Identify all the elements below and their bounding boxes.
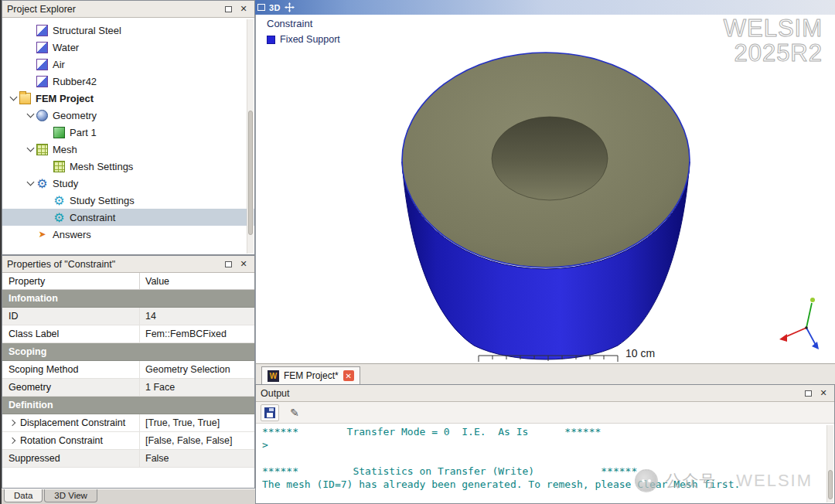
welsim-window: Project Explorer ✕ Structural SteelWater… [0, 0, 835, 504]
doc-tab-fem-project[interactable]: W FEM Project* ✕ [261, 366, 360, 384]
prop-section-definition: Definition [2, 397, 254, 414]
output-toolbar: ✎ [256, 402, 834, 424]
mesh-icon [36, 144, 48, 155]
tree-item-water[interactable]: Water [2, 39, 254, 56]
brand-watermark: WELSIM 2025R2 [724, 16, 823, 66]
property-name-cell: Class Label [2, 325, 140, 342]
close-panel-icon[interactable]: ✕ [817, 388, 830, 399]
prop-row-geometry[interactable]: Geometry1 Face [2, 379, 254, 397]
left-column: Project Explorer ✕ Structural SteelWater… [2, 0, 255, 504]
project-tree: Structural SteelWaterAirRubber42FEM Proj… [2, 18, 254, 254]
property-value: Fem::FemBCFixed [140, 325, 254, 342]
tree-item-label: Air [53, 59, 65, 70]
part-icon [53, 127, 65, 138]
clear-output-button[interactable]: ✎ [285, 404, 304, 421]
expander-icon[interactable] [9, 436, 18, 445]
tree-item-geometry[interactable]: Geometry [2, 107, 254, 124]
project-tree-scrollbar[interactable] [247, 19, 254, 254]
caret-down-icon[interactable] [24, 182, 36, 185]
close-panel-icon[interactable]: ✕ [237, 4, 250, 15]
legend-title: Constraint [267, 18, 340, 29]
tree-item-part-1[interactable]: Part 1 [2, 124, 254, 141]
doc-tab-label: FEM Project* [284, 370, 339, 381]
tree-item-mesh-settings[interactable]: Mesh Settings [2, 158, 254, 175]
brand-watermark-line2: 2025R2 [724, 41, 823, 66]
brand-watermark-line1: WELSIM [724, 16, 823, 41]
tree-item-mesh[interactable]: Mesh [2, 141, 254, 158]
prop-row-class-label[interactable]: Class LabelFem::FemBCFixed [2, 325, 254, 343]
tree-item-air[interactable]: Air [2, 56, 254, 73]
console-line: The mesh (ID=7) has already been generat… [262, 478, 834, 491]
property-value: Geometry Selection [140, 361, 254, 378]
tree-item-study[interactable]: Study [2, 175, 254, 192]
material-icon [36, 76, 48, 87]
caret-down-icon[interactable] [7, 97, 19, 100]
3d-scene[interactable] [256, 15, 835, 363]
material-icon [36, 25, 48, 36]
property-value: False [140, 450, 254, 467]
scroll-thumb[interactable] [248, 111, 253, 235]
float-panel-icon[interactable] [802, 388, 814, 399]
tree-item-answers[interactable]: Answers [2, 226, 254, 243]
save-output-button[interactable] [261, 404, 279, 421]
properties-header: Properties of "Constraint" ✕ [2, 256, 254, 273]
caret-down-icon[interactable] [24, 114, 36, 117]
viewport-titlebar[interactable]: 3D [255, 0, 835, 15]
tree-item-structural-steel[interactable]: Structural Steel [2, 22, 254, 39]
move-icon[interactable] [285, 2, 295, 12]
tree-item-study-settings[interactable]: Study Settings [2, 192, 254, 209]
tree-item-constraint[interactable]: Constraint [2, 209, 254, 226]
tree-item-label: Study Settings [70, 195, 135, 206]
close-panel-icon[interactable]: ✕ [237, 259, 250, 270]
property-value: 1 Face [140, 379, 254, 396]
tab-data[interactable]: Data [4, 489, 43, 502]
column-header-property: Property [2, 273, 140, 289]
prop-row-displacement-constraint[interactable]: Displacement Constraint[True, True, True… [2, 414, 254, 432]
prop-row-suppressed[interactable]: SuppressedFalse [2, 450, 254, 468]
output-console[interactable]: ****** Transfer Mode = 0 I.E. As Is ****… [256, 424, 834, 503]
folder-icon [19, 93, 31, 104]
prop-section-infomation: Infomation [2, 290, 254, 308]
study-settings-icon [53, 195, 65, 206]
property-name: Displacement Constraint [20, 417, 125, 428]
expander-icon[interactable] [9, 418, 18, 427]
output-title: Output [261, 388, 799, 399]
property-name-cell: Rotation Constraint [2, 432, 140, 449]
3d-model-ring[interactable] [402, 53, 690, 359]
tree-item-rubber42[interactable]: Rubber42 [2, 73, 254, 90]
tree-item-label: Mesh Settings [70, 161, 133, 172]
tree-item-label: Geometry [53, 110, 97, 121]
float-panel-icon[interactable] [222, 4, 234, 15]
column-header-value: Value [140, 273, 254, 289]
orientation-triad [779, 298, 819, 349]
property-name: Scoping Method [9, 364, 78, 375]
tree-item-fem-project[interactable]: FEM Project [2, 90, 254, 107]
material-icon [36, 59, 48, 70]
property-name-cell: ID [2, 308, 140, 325]
project-explorer-panel: Project Explorer ✕ Structural SteelWater… [2, 0, 255, 255]
tab-3d-view[interactable]: 3D View [44, 489, 97, 502]
scroll-thumb[interactable] [828, 470, 833, 499]
float-panel-icon[interactable] [222, 259, 234, 270]
property-value: [True, True, True] [140, 414, 254, 431]
console-line: ****** Statistics on Transfer (Write) **… [262, 465, 834, 478]
scale-ruler [479, 356, 618, 362]
property-name-cell: Displacement Constraint [2, 414, 140, 431]
prop-row-rotation-constraint[interactable]: Rotation Constraint[False, False, False] [2, 432, 254, 450]
property-name-cell: Geometry [2, 379, 140, 396]
doc-tab-close-icon[interactable]: ✕ [343, 370, 354, 381]
tree-item-label: Constraint [70, 212, 115, 223]
prop-row-scoping-method[interactable]: Scoping MethodGeometry Selection [2, 361, 254, 379]
caret-down-icon[interactable] [24, 148, 36, 151]
prop-row-id[interactable]: ID14 [2, 308, 254, 325]
tree-item-label: Water [53, 42, 79, 53]
tree-item-label: Rubber42 [53, 76, 97, 87]
tree-item-label: Mesh [53, 144, 77, 155]
property-name: Suppressed [9, 453, 60, 464]
save-icon [264, 407, 275, 418]
constraint-icon [53, 212, 65, 223]
tree-item-label: FEM Project [36, 93, 94, 104]
viewport-titlebar-label: 3D [269, 3, 281, 12]
3d-viewport[interactable]: Constraint Fixed Support WELSIM 2025R2 1… [255, 15, 835, 363]
output-scrollbar[interactable] [826, 425, 833, 502]
